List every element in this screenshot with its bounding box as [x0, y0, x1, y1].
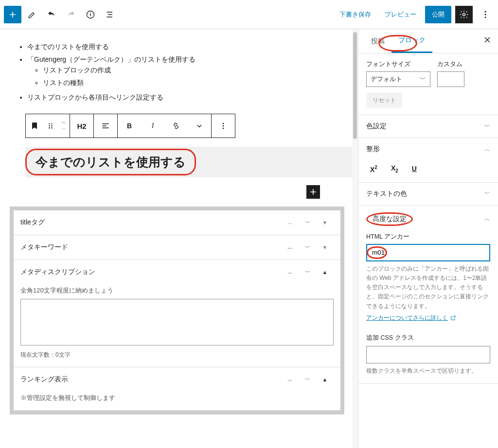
list-item[interactable]: リストブロックの作成 [43, 64, 352, 77]
list-block[interactable]: 今までのリストを使用する 「Gutengerg（グーテンベルク）」のリストを使用… [16, 41, 352, 104]
triangle-down-icon[interactable]: ▼ [316, 220, 334, 225]
chevron-up-icon[interactable]: ︿ [281, 376, 299, 383]
chevron-up-icon[interactable]: ︿ [281, 269, 299, 276]
heading-text[interactable]: 今までのリストを使用する [36, 155, 186, 169]
chevron-down-icon[interactable]: ﹀ [299, 376, 316, 383]
reset-button[interactable]: リセット [366, 93, 402, 108]
chevron-up-icon: ︿ [484, 145, 490, 154]
panel-font-size: フォントサイズ デフォルト ﹀ カスタム リセット [358, 53, 498, 115]
list-item[interactable]: リストの種類 [43, 77, 352, 89]
chevron-up-icon[interactable]: ︿ [281, 219, 299, 226]
outline-button[interactable] [101, 6, 119, 23]
svg-point-4 [485, 17, 486, 18]
chevron-down-icon: ﹀ [484, 122, 490, 131]
preview-button[interactable]: プレビュー [380, 6, 421, 23]
panel-toggle[interactable]: テキストの色 ﹀ [358, 183, 498, 205]
outline-icon [105, 10, 115, 19]
add-block-button[interactable] [4, 6, 21, 23]
triangle-up-icon[interactable]: ▲ [316, 269, 334, 275]
align-button[interactable] [94, 114, 117, 138]
underline-button[interactable]: U [412, 165, 417, 172]
triangle-up-icon[interactable]: ▲ [316, 377, 334, 382]
settings-button[interactable] [455, 6, 473, 23]
top-toolbar: 下書き保存 プレビュー 公開 [0, 0, 498, 29]
chevron-down-icon: ﹀ [484, 190, 490, 198]
plus-icon [308, 187, 318, 197]
panel-color: 色設定 ﹀ [358, 115, 498, 138]
more-menu-button[interactable] [477, 6, 494, 23]
move-buttons[interactable]: ︿ ﹀ [58, 114, 70, 138]
meta-panel-ranking: ランキング表示 ︿ ﹀ ▲ ※管理設定を無視して制御します [14, 367, 340, 411]
font-size-label: フォントサイズ [366, 60, 430, 69]
anchor-label: HTML アンカー [366, 233, 490, 241]
meta-box-area: titleタグ ︿ ﹀ ▼ メタキーワード ︿ ﹀ ▼ メタディスクリプション … [10, 207, 344, 414]
css-class-label: 追加 CSS クラス [366, 334, 490, 342]
svg-point-13 [223, 128, 224, 129]
editor-canvas[interactable]: 今までのリストを使用する 「Gutengerg（グーテンベルク）」のリストを使用… [0, 29, 358, 448]
chevron-up-icon: ︿ [484, 215, 490, 223]
chevron-up-icon[interactable]: ︿ [281, 244, 299, 251]
drag-icon [46, 121, 55, 131]
anchor-learn-more-link[interactable]: アンカーについてさらに詳しく [366, 314, 456, 322]
edit-mode-button[interactable] [23, 6, 41, 23]
external-link-icon [450, 315, 456, 321]
chevron-down-icon [195, 121, 204, 131]
tab-block[interactable]: ブロック [391, 29, 432, 53]
list-item[interactable]: 今までのリストを使用する [27, 41, 352, 53]
char-count: 現在文字数：0文字 [20, 351, 334, 359]
superscript-button[interactable]: X2 [370, 165, 377, 173]
svg-point-8 [51, 125, 52, 126]
more-rich-button[interactable] [188, 114, 211, 138]
close-sidebar-button[interactable] [482, 35, 492, 47]
chevron-down-icon[interactable]: ﹀ [299, 269, 316, 276]
close-icon [482, 35, 492, 45]
scrollbar[interactable] [352, 29, 358, 448]
chevron-down-icon[interactable]: ﹀ [299, 219, 316, 226]
list-item[interactable]: リストブロックから各項目へリンク設定する [27, 91, 352, 104]
info-icon [86, 10, 95, 19]
svg-point-3 [485, 14, 486, 15]
custom-label: カスタム [437, 60, 464, 69]
heading-block[interactable]: 今までのリストを使用する [25, 147, 352, 177]
meta-panel-description: メタディスクリプション ︿ ﹀ ▲ 全角120文字程度に納めましょう 現在文字数… [14, 260, 340, 367]
heading-level-button[interactable]: H2 [70, 114, 93, 138]
undo-button[interactable] [43, 6, 60, 23]
panel-format: 整形 ︿ X2 X2 U [358, 138, 498, 183]
panel-toggle[interactable]: 整形 ︿ [358, 138, 498, 160]
svg-point-2 [485, 11, 486, 12]
link-button[interactable] [164, 114, 188, 138]
html-anchor-input[interactable] [366, 244, 490, 261]
settings-sidebar: 投稿 ブロック フォントサイズ デフォルト ﹀ カスタム [358, 29, 498, 448]
block-more-button[interactable] [212, 114, 235, 138]
svg-point-9 [49, 127, 50, 128]
publish-button[interactable]: 公開 [425, 6, 451, 23]
font-size-select[interactable]: デフォルト ﹀ [366, 71, 430, 87]
block-appender-button[interactable] [306, 185, 320, 199]
svg-point-11 [223, 123, 224, 124]
redo-icon [66, 10, 76, 19]
subscript-button[interactable]: X2 [391, 164, 398, 173]
drag-handle[interactable] [43, 114, 58, 138]
svg-point-7 [49, 125, 50, 126]
meta-description-input[interactable] [20, 299, 334, 345]
chevron-up-icon: ︿ [62, 119, 66, 125]
tab-post[interactable]: 投稿 [364, 30, 391, 52]
chevron-down-icon[interactable]: ﹀ [299, 244, 316, 251]
block-type-button[interactable] [26, 114, 43, 138]
info-button[interactable] [82, 6, 99, 23]
custom-size-input[interactable] [437, 71, 464, 87]
italic-button[interactable]: I [141, 114, 164, 138]
panel-toggle[interactable]: 色設定 ﹀ [358, 115, 498, 138]
svg-point-10 [51, 127, 52, 128]
svg-point-12 [223, 125, 224, 127]
triangle-down-icon[interactable]: ▼ [316, 244, 334, 250]
bookmark-icon [30, 121, 39, 131]
save-draft-button[interactable]: 下書き保存 [335, 6, 376, 23]
bold-button[interactable]: B [118, 114, 141, 138]
redo-button[interactable] [62, 6, 80, 23]
list-item[interactable]: 「Gutengerg（グーテンベルク）」のリストを使用する リストブロックの作成… [27, 53, 352, 91]
link-icon [171, 121, 181, 131]
panel-toggle[interactable]: 高度な設定 ︿ [358, 206, 498, 233]
css-class-input[interactable] [366, 346, 490, 363]
svg-point-6 [51, 123, 52, 124]
